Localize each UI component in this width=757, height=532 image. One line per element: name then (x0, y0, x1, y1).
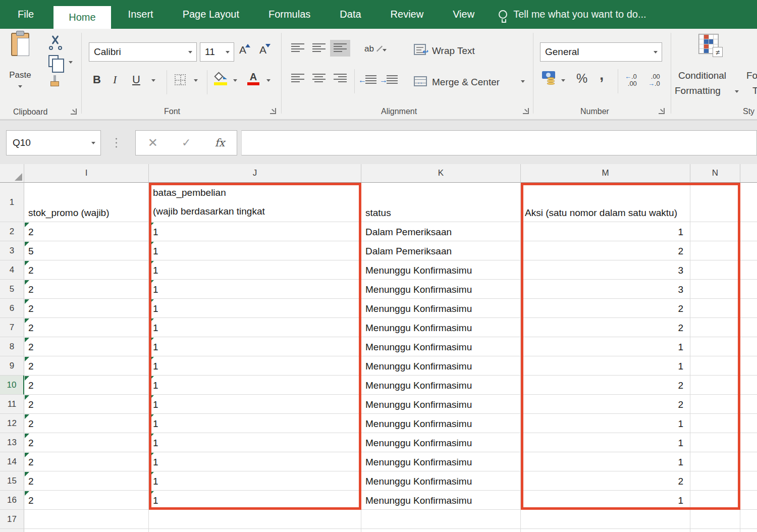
cell-J4[interactable]: 1 (149, 260, 361, 280)
shrink-font-button[interactable]: A (259, 44, 266, 56)
row-header-9[interactable]: 9 (0, 356, 24, 376)
cell-I16[interactable]: 2 (24, 491, 149, 510)
cell-O11[interactable] (740, 395, 757, 414)
cell-N11[interactable] (690, 395, 740, 414)
row-header-10[interactable]: 10 (0, 376, 24, 395)
cell-K12[interactable]: Menunggu Konfirmasimu (361, 414, 521, 433)
column-header-K[interactable]: K (361, 164, 521, 183)
increase-decimal-button[interactable]: ←.0 .00 (625, 73, 637, 87)
cell-N5[interactable] (690, 280, 740, 299)
cell-M17[interactable] (521, 510, 690, 529)
cell-M11[interactable]: 2 (521, 395, 690, 414)
row-header-15[interactable]: 15 (0, 471, 24, 491)
cell-J5[interactable]: 1 (149, 280, 361, 299)
cell-O14[interactable] (740, 452, 757, 471)
cell-K5[interactable]: Menunggu Konfirmasimu (361, 280, 521, 299)
font-dialog-launcher[interactable] (270, 108, 276, 114)
italic-button[interactable]: I (113, 73, 117, 86)
fill-color-caret[interactable] (233, 79, 237, 82)
cell-K17[interactable] (361, 510, 521, 529)
align-center-button[interactable] (309, 70, 329, 87)
clipboard-dialog-launcher[interactable] (71, 109, 77, 115)
tab-page-layout[interactable]: Page Layout (172, 0, 250, 29)
cell-O7[interactable] (740, 318, 757, 337)
cell-M16[interactable]: 1 (521, 491, 690, 510)
format-painter-icon[interactable] (48, 75, 62, 88)
cell-O15[interactable] (740, 471, 757, 491)
cell-J12[interactable]: 1 (149, 414, 361, 433)
cell-O17[interactable] (740, 510, 757, 529)
cell-J16[interactable]: 1 (149, 491, 361, 510)
underline-button[interactable]: U (132, 73, 140, 86)
wrap-text-label[interactable]: Wrap Text (432, 45, 475, 57)
align-left-button[interactable] (288, 70, 308, 87)
cell-O12[interactable] (740, 414, 757, 433)
select-all-button[interactable] (0, 164, 24, 183)
cell-J8[interactable]: 1 (149, 337, 361, 356)
cell-N12[interactable] (690, 414, 740, 433)
cell-K4[interactable]: Menunggu Konfirmasimu (361, 260, 521, 280)
row-header-1[interactable]: 1 (0, 183, 24, 222)
alignment-dialog-launcher[interactable] (523, 108, 529, 114)
cell-M14[interactable]: 1 (521, 452, 690, 471)
percent-style-button[interactable]: % (576, 71, 587, 86)
format-as-table-label-partial[interactable]: Fo (746, 70, 757, 81)
copy-caret[interactable] (69, 61, 73, 64)
row-header-3[interactable]: 3 (0, 241, 24, 260)
row-header-12[interactable]: 12 (0, 414, 24, 433)
row-header-11[interactable]: 11 (0, 395, 24, 414)
cell-K7[interactable]: Menunggu Konfirmasimu (361, 318, 521, 337)
tab-home[interactable]: Home (53, 6, 111, 29)
font-size-combo[interactable]: 11 (200, 42, 234, 62)
row-header-8[interactable]: 8 (0, 337, 24, 356)
conditional-formatting-label-1[interactable]: Conditional (678, 70, 726, 81)
cell-I13[interactable]: 2 (24, 433, 149, 452)
cell-J10[interactable]: 1 (149, 376, 361, 395)
cell-I3[interactable]: 5 (24, 241, 149, 260)
borders-caret[interactable] (194, 79, 198, 82)
number-dialog-launcher[interactable] (659, 108, 665, 114)
cell-I14[interactable]: 2 (24, 452, 149, 471)
cell-N1[interactable] (690, 183, 740, 222)
cell-M6[interactable]: 2 (521, 299, 690, 318)
cell-K10[interactable]: Menunggu Konfirmasimu (361, 376, 521, 395)
borders-button[interactable] (175, 74, 186, 85)
cell-I7[interactable]: 2 (24, 318, 149, 337)
grow-font-button[interactable]: A (239, 44, 246, 56)
cell-I10[interactable]: 2 (24, 376, 149, 395)
cell-O10[interactable] (740, 376, 757, 395)
cell-N17[interactable] (690, 510, 740, 529)
orientation-button[interactable]: ab (364, 44, 374, 54)
decrease-indent-button[interactable]: ← (359, 75, 376, 84)
orientation-caret[interactable] (383, 49, 387, 51)
cell-partial-1[interactable] (740, 183, 757, 222)
conditional-formatting-caret[interactable] (735, 90, 739, 93)
cell-K1[interactable]: status (361, 183, 521, 222)
cell-I6[interactable]: 2 (24, 299, 149, 318)
tab-review[interactable]: Review (380, 0, 435, 29)
font-color-button[interactable]: A (247, 71, 259, 85)
cell-O8[interactable] (740, 337, 757, 356)
cell-K9[interactable]: Menunggu Konfirmasimu (361, 356, 521, 376)
cell-K3[interactable]: Dalam Pemeriksaan (361, 241, 521, 260)
tab-file[interactable]: File (5, 0, 46, 29)
cell-M1[interactable]: Aksi (satu nomor dalam satu waktu) (521, 183, 690, 222)
increase-indent-button[interactable]: → (381, 75, 398, 84)
cell-N6[interactable] (690, 299, 740, 318)
column-header-J[interactable]: J (149, 164, 361, 183)
cell-J6[interactable]: 1 (149, 299, 361, 318)
cell-M8[interactable]: 1 (521, 337, 690, 356)
cell-O16[interactable] (740, 491, 757, 510)
number-format-combo[interactable]: General (540, 42, 662, 62)
bold-button[interactable]: B (93, 73, 101, 86)
row-header-2[interactable]: 2 (0, 222, 24, 241)
comma-style-button[interactable]: , (600, 66, 604, 83)
name-box[interactable]: Q10 (6, 130, 101, 155)
cell-N9[interactable] (690, 356, 740, 376)
merge-center-caret[interactable] (521, 80, 525, 83)
cell-J2[interactable]: 1 (149, 222, 361, 241)
insert-function-button[interactable]: fx (215, 137, 225, 149)
row-header-13[interactable]: 13 (0, 433, 24, 452)
underline-caret[interactable] (151, 79, 155, 82)
cell-O9[interactable] (740, 356, 757, 376)
